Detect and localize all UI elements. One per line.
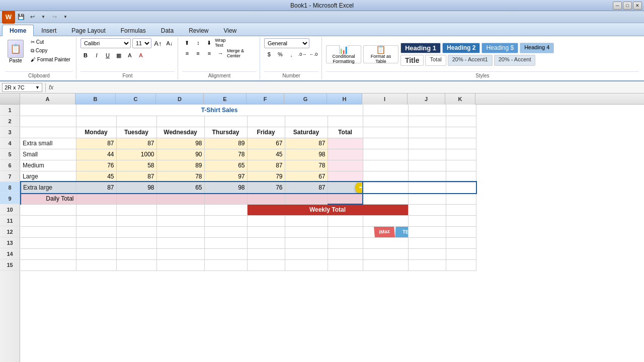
cell-j11[interactable] [408,215,446,226]
cell-i4[interactable] [363,138,408,149]
cell-j15[interactable] [408,259,446,270]
cell-i5[interactable] [363,149,408,160]
cell-a1[interactable] [21,105,76,116]
cell-e11[interactable] [204,215,247,226]
cell-ref-dropdown[interactable]: ▼ [35,85,40,90]
tab-view[interactable]: View [216,25,244,36]
cell-a9-daily-total[interactable]: Daily Total [21,193,76,204]
indent-button[interactable]: → [215,49,225,58]
cell-a4-extrasmall[interactable]: Extra small [21,138,76,149]
accent1-style-button[interactable]: 20% - Accent1 [448,55,493,66]
cell-j5[interactable] [408,149,446,160]
tab-page-layout[interactable]: Page Layout [64,25,113,36]
cell-g11[interactable] [285,215,328,226]
cell-f7[interactable]: 79 [247,171,285,182]
cell-i7[interactable] [363,171,408,182]
accent2-style-button[interactable]: 20% - Accent [494,55,536,66]
cell-h4[interactable] [328,138,363,149]
cell-h3-total[interactable]: Total [328,127,363,138]
cell-i13[interactable] [363,237,408,248]
cell-k1[interactable] [446,105,476,116]
cell-b13[interactable] [76,237,116,248]
cell-d6[interactable]: 89 [156,160,204,171]
cell-j13[interactable] [408,237,446,248]
cell-a10[interactable] [21,204,76,215]
cell-b3-monday[interactable]: Monday [76,127,116,138]
cell-a14[interactable] [21,248,76,259]
cell-k10[interactable] [446,204,476,215]
cell-c7[interactable]: 87 [116,171,156,182]
cell-g7[interactable]: 67 [285,171,328,182]
align-top-button[interactable]: ⬆ [182,38,192,47]
cell-f12[interactable] [247,226,285,237]
cell-a12[interactable] [21,226,76,237]
cell-c11[interactable] [116,215,156,226]
cell-weekly-total[interactable]: Weekly Total [247,204,408,215]
align-center-button[interactable]: ≡ [193,49,203,58]
cell-c9[interactable] [116,193,156,204]
cell-k13[interactable] [446,237,476,248]
cell-h2[interactable] [328,116,363,127]
tab-home[interactable]: Home [2,25,34,36]
tab-formulas[interactable]: Formulas [113,25,153,36]
heading2-style-button[interactable]: Heading 2 [442,43,480,53]
heading1-style-button[interactable]: Heading 1 [400,43,441,53]
align-middle-button[interactable]: ↕ [193,38,203,47]
cell-e2[interactable] [204,116,247,127]
cell-j1[interactable] [408,105,446,116]
cell-k12[interactable] [446,226,476,237]
cell-c3-tuesday[interactable]: Tuesday [116,127,156,138]
cell-e14[interactable] [204,248,247,259]
cell-e12[interactable] [204,226,247,237]
cell-d11[interactable] [156,215,204,226]
undo-button[interactable]: ↩ [27,13,37,22]
cell-g14[interactable] [285,248,328,259]
cell-k6[interactable] [446,160,476,171]
wrap-text-button[interactable]: Wrap Text [215,38,225,47]
cell-c12[interactable] [116,226,156,237]
customize-qa[interactable]: ▼ [60,13,70,22]
cell-f8[interactable]: 76 [247,182,285,193]
heading3-style-button[interactable]: Heading $ [481,43,518,53]
bold-button[interactable]: B [80,51,91,60]
cell-d7[interactable]: 78 [156,171,204,182]
office-button[interactable]: W [2,11,15,24]
row-header-11[interactable]: 11 [0,215,20,226]
cell-c14[interactable] [116,248,156,259]
cell-b2[interactable] [76,116,116,127]
cell-f15[interactable] [247,259,285,270]
cell-b9[interactable] [76,193,116,204]
cell-e13[interactable] [204,237,247,248]
cell-g12[interactable] [285,226,328,237]
cell-d12[interactable] [156,226,204,237]
cell-a2[interactable] [21,116,76,127]
cell-a5-small[interactable]: Small [21,149,76,160]
cell-h14[interactable] [328,248,363,259]
cell-h9[interactable] [328,193,363,204]
col-header-k[interactable]: K [445,94,475,105]
cell-c8[interactable]: 98 [116,182,156,193]
cell-b10[interactable] [76,204,116,215]
row-header-13[interactable]: 13 [0,237,20,248]
cell-k15[interactable] [446,259,476,270]
col-header-j[interactable]: J [408,94,445,105]
format-painter-button[interactable]: 🖌 Format Painter [28,56,73,63]
cell-k5[interactable] [446,149,476,160]
copy-button[interactable]: ⧉ Copy [28,47,73,55]
formula-input[interactable] [55,83,642,92]
title-style-button[interactable]: Title [400,55,424,66]
cell-b7[interactable]: 45 [76,171,116,182]
save-button[interactable]: 💾 [16,13,26,22]
cell-a3[interactable] [21,127,76,138]
cell-b5[interactable]: 44 [76,149,116,160]
cell-d13[interactable] [156,237,204,248]
cell-g3-saturday[interactable]: Saturday [285,127,328,138]
increase-font-button[interactable]: A↑ [153,39,163,48]
format-as-table-button[interactable]: 📋 Format as Table [363,45,398,63]
cell-b12[interactable] [76,226,116,237]
cell-d14[interactable] [156,248,204,259]
col-header-c[interactable]: C [116,94,156,105]
align-bottom-button[interactable]: ⬇ [204,38,214,47]
row-header-3[interactable]: 3 [0,127,20,138]
cell-b6[interactable]: 76 [76,160,116,171]
